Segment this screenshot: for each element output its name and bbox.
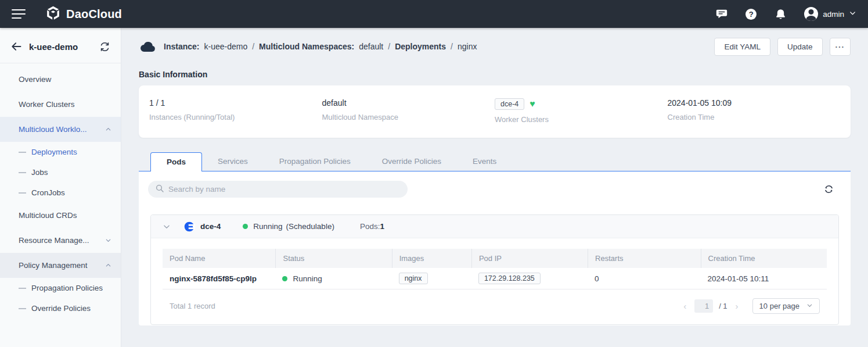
- dash-icon: [19, 152, 26, 153]
- col-status: Status: [275, 249, 391, 268]
- sidebar-item-overview[interactable]: Overview: [0, 67, 121, 92]
- breadcrumb: Instance: k-uee-demo / Multicloud Namesp…: [139, 36, 851, 57]
- chevron-up-icon: [105, 262, 111, 269]
- user-avatar: [804, 7, 818, 21]
- detail-tabs: Pods Services Propagation Policies Overr…: [139, 152, 851, 171]
- switch-instance-icon[interactable]: [99, 41, 110, 52]
- breadcrumb-separator: /: [388, 42, 390, 51]
- basic-information-card: 1 / 1 Instances (Running/Total) default …: [139, 85, 851, 138]
- page-number-input[interactable]: [694, 299, 713, 313]
- table-header-row: Pod Name Status Images Pod IP Restarts C…: [163, 249, 827, 268]
- creation-time-field: 2024-01-05 10:09 Creation Time: [668, 98, 841, 124]
- worker-cluster-chip[interactable]: dce-4: [495, 98, 524, 110]
- search-input[interactable]: [168, 185, 401, 194]
- namespace-value: default: [322, 98, 489, 108]
- update-button[interactable]: Update: [777, 38, 823, 56]
- tab-propagation-policies[interactable]: Propagation Policies: [264, 152, 366, 171]
- page-size-select[interactable]: 10 per page: [752, 298, 820, 314]
- daocloud-logo-icon: [45, 5, 61, 23]
- tab-services[interactable]: Services: [202, 152, 264, 171]
- cluster-status: Running: [253, 222, 282, 231]
- cluster-name: dce-4: [200, 222, 221, 231]
- help-icon[interactable]: ?: [745, 9, 757, 20]
- pod-image-cell: nginx: [392, 268, 471, 289]
- col-creation-time: Creation Time: [701, 249, 827, 268]
- search-box[interactable]: [148, 181, 408, 198]
- chevron-down-icon: [105, 237, 111, 244]
- sidebar-item-override-policies[interactable]: Override Policies: [0, 298, 121, 319]
- username: admin: [823, 10, 844, 19]
- main-content: Instance: k-uee-demo / Multicloud Namesp…: [121, 28, 868, 347]
- chevron-up-icon: [105, 126, 111, 133]
- tab-events[interactable]: Events: [457, 152, 512, 171]
- sidebar-item-propagation-policies[interactable]: Propagation Policies: [0, 278, 121, 298]
- messages-icon[interactable]: [715, 8, 728, 20]
- brand-logo[interactable]: DaoCloud: [45, 5, 122, 23]
- image-chip[interactable]: nginx: [399, 273, 428, 284]
- collapse-chevron-icon[interactable]: [163, 223, 171, 231]
- col-images: Images: [392, 249, 471, 268]
- pod-name-cell[interactable]: nginx-5878fd5f85-cp9lp: [163, 270, 275, 288]
- prev-page-icon[interactable]: ‹: [681, 301, 689, 311]
- status-dot-green: [243, 224, 248, 229]
- pods-count-value: 1: [380, 222, 384, 231]
- creation-time-value: 2024-01-05 10:09: [668, 98, 835, 108]
- dce-cluster-logo-icon: [183, 221, 195, 232]
- cloud-icon: [139, 38, 157, 56]
- worker-clusters-field: dce-4 ♥ Worker Clusters: [495, 98, 668, 124]
- user-menu[interactable]: admin: [804, 7, 856, 21]
- sidebar-item-policy-management[interactable]: Policy Management: [0, 253, 121, 278]
- notifications-bell-icon[interactable]: [774, 8, 787, 20]
- breadcrumb-instance-value[interactable]: k-uee-demo: [204, 42, 247, 51]
- tab-pods[interactable]: Pods: [150, 152, 202, 171]
- sidebar-item-multicloud-crds[interactable]: Multicloud CRDs: [0, 203, 121, 228]
- health-heart-icon: ♥: [530, 99, 535, 109]
- pod-status-cell: Running: [275, 270, 391, 288]
- sidebar-item-jobs[interactable]: Jobs: [0, 162, 121, 183]
- sidebar-item-multicloud-workloads[interactable]: Multicloud Worklo...: [0, 117, 121, 142]
- dash-icon: [19, 172, 26, 173]
- page-total-text: / 1: [719, 302, 727, 310]
- namespace-label: Multicloud Namespace: [322, 113, 489, 121]
- instances-value: 1 / 1: [149, 98, 316, 108]
- breadcrumb-separator: /: [252, 42, 254, 51]
- next-page-icon[interactable]: ›: [733, 301, 741, 311]
- breadcrumb-namespace-value[interactable]: default: [359, 42, 383, 51]
- instances-label: Instances (Running/Total): [149, 113, 316, 121]
- breadcrumb-instance-label: Instance:: [164, 42, 199, 51]
- breadcrumb-deployments[interactable]: Deployments: [395, 42, 446, 51]
- cluster-group-header[interactable]: dce-4 Running (Schedulable) Pods: 1: [151, 215, 838, 238]
- sidebar-item-deployments[interactable]: Deployments: [0, 142, 121, 162]
- chevron-down-icon: [849, 9, 856, 19]
- status-dot-green: [282, 276, 287, 281]
- pod-restarts-cell: 0: [588, 270, 700, 288]
- col-pod-ip: Pod IP: [471, 249, 588, 268]
- pagination: ‹ / 1 › 10 per page: [681, 298, 820, 314]
- pod-created-cell: 2024-01-05 10:11: [701, 270, 827, 288]
- cluster-schedulable: (Schedulable): [286, 222, 334, 231]
- creation-time-label: Creation Time: [668, 113, 835, 121]
- sidebar-item-resource-management[interactable]: Resource Manage...: [0, 228, 121, 253]
- cluster-group-card: dce-4 Running (Schedulable) Pods: 1 Pod …: [150, 214, 839, 325]
- search-icon: [155, 184, 164, 195]
- sidebar: k-uee-demo Overview Worker Clusters Mult…: [0, 28, 121, 347]
- hamburger-menu-icon[interactable]: [12, 9, 26, 19]
- namespace-field: default Multicloud Namespace: [322, 98, 495, 124]
- back-icon[interactable]: [10, 41, 22, 52]
- dash-icon: [19, 308, 26, 309]
- pods-table: Pod Name Status Images Pod IP Restarts C…: [151, 238, 838, 324]
- breadcrumb-namespaces-label: Multicloud Namespaces:: [259, 42, 354, 51]
- col-pod-name: Pod Name: [163, 249, 275, 268]
- pod-ip-cell: 172.29.128.235: [471, 268, 588, 289]
- topbar: DaoCloud ? admin: [0, 0, 868, 28]
- tab-override-policies[interactable]: Override Policies: [366, 152, 457, 171]
- instances-field: 1 / 1 Instances (Running/Total): [149, 98, 322, 124]
- more-actions-button[interactable]: ···: [830, 38, 851, 56]
- basic-information-title: Basic Information: [139, 70, 851, 79]
- pods-count-label: Pods:: [360, 222, 380, 231]
- sidebar-item-cronjobs[interactable]: CronJobs: [0, 183, 121, 203]
- edit-yaml-button[interactable]: Edit YAML: [714, 38, 770, 56]
- pod-ip-chip[interactable]: 172.29.128.235: [478, 273, 541, 284]
- refresh-icon[interactable]: [823, 184, 834, 195]
- sidebar-item-worker-clusters[interactable]: Worker Clusters: [0, 92, 121, 117]
